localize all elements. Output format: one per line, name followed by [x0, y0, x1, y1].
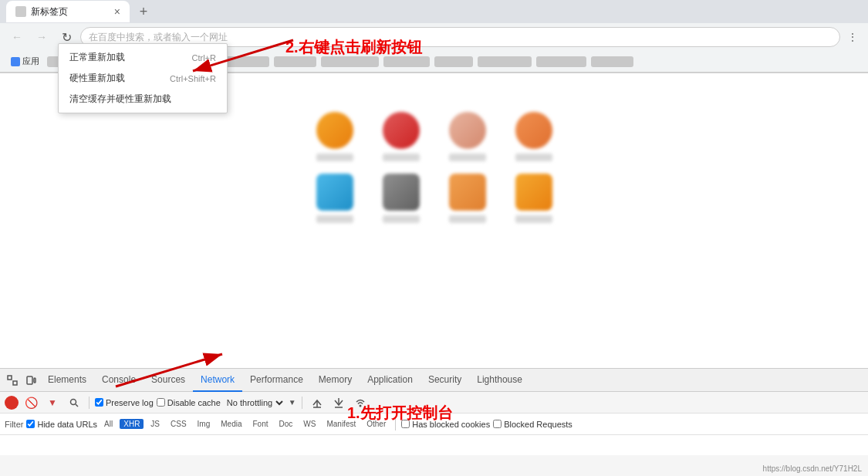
extensions-btn[interactable]: ⋮	[843, 28, 862, 46]
filter-label: Filter	[5, 420, 23, 429]
new-tab-btn[interactable]: +	[133, 1, 154, 22]
app-label-5	[316, 215, 353, 223]
tab-memory[interactable]: Memory	[311, 369, 360, 392]
apps-label: 应用	[22, 56, 39, 67]
app-label-6	[383, 215, 420, 223]
apps-grid-row2	[308, 174, 561, 223]
filter-media[interactable]: Media	[217, 419, 245, 429]
app-icon-1[interactable]	[316, 112, 353, 149]
svg-rect-6	[27, 376, 32, 384]
app-label-2	[383, 154, 420, 161]
filter-all[interactable]: All	[100, 419, 117, 429]
svg-rect-4	[8, 376, 12, 380]
app-label-4	[515, 154, 552, 161]
separator-1	[89, 397, 90, 409]
filter-toggle-btn[interactable]: ▼	[43, 393, 62, 412]
bookmark-placeholder-9	[478, 56, 532, 67]
annotation-top: 2.右键点击刷新按钮	[285, 37, 422, 58]
annotation-bottom: 1.先打开控制台	[347, 403, 453, 424]
filter-doc[interactable]: Doc	[275, 419, 297, 429]
menu-item-clear-cache-reload-label: 清空缓存并硬性重新加载	[69, 93, 171, 106]
forward-btn[interactable]: →	[31, 26, 52, 48]
devtools-inspect-btn[interactable]	[3, 371, 22, 390]
filter-xhr[interactable]: XHR	[120, 419, 144, 429]
export-btn[interactable]	[329, 393, 348, 412]
apps-bookmark[interactable]: 应用	[6, 54, 44, 69]
filter-ws[interactable]: WS	[299, 419, 319, 429]
app-label-3	[449, 154, 486, 161]
app-item-5	[308, 174, 362, 223]
app-label-1	[316, 154, 353, 161]
tab-close-btn[interactable]: ×	[114, 5, 120, 18]
app-icon-2[interactable]	[383, 112, 420, 149]
svg-line-9	[76, 404, 78, 407]
app-item-7	[441, 174, 495, 223]
app-icon-6[interactable]	[383, 174, 420, 211]
arrow-bottom	[93, 346, 231, 393]
svg-rect-5	[13, 381, 17, 385]
tab-application[interactable]: Application	[360, 369, 420, 392]
apps-icon	[11, 57, 20, 66]
bookmark-placeholder-10	[536, 56, 586, 67]
app-item-1	[308, 112, 362, 161]
watermark: https://blog.csdn.net/Y71H2L	[763, 464, 862, 473]
back-btn[interactable]: ←	[6, 26, 28, 48]
separator-2	[302, 397, 302, 409]
tab-performance[interactable]: Performance	[242, 369, 311, 392]
apps-grid-row1	[308, 112, 561, 161]
tab-elements[interactable]: Elements	[40, 369, 94, 392]
throttle-arrow[interactable]: ▼	[289, 398, 296, 407]
tab-favicon	[15, 6, 26, 17]
arrow-top	[123, 34, 301, 76]
menu-item-hard-reload-label: 硬性重新加载	[69, 72, 125, 85]
app-item-4	[507, 112, 561, 161]
app-label-7	[449, 215, 486, 223]
search-btn[interactable]	[65, 393, 83, 412]
tab-security[interactable]: Security	[420, 369, 469, 392]
filter-css[interactable]: CSS	[167, 419, 191, 429]
svg-point-8	[71, 399, 76, 404]
app-icon-3[interactable]	[449, 112, 486, 149]
filter-font[interactable]: Font	[249, 419, 272, 429]
app-icon-5[interactable]	[316, 174, 353, 211]
bookmark-placeholder-11	[591, 56, 633, 67]
hide-data-urls-checkbox[interactable]: Hide data URLs	[26, 420, 97, 429]
app-item-8	[507, 174, 561, 223]
import-btn[interactable]	[308, 393, 326, 412]
throttle-select[interactable]: No throttling	[224, 397, 285, 408]
app-icon-8[interactable]	[515, 174, 552, 211]
devtools-body	[0, 435, 868, 455]
extensions-area: ⋮	[843, 28, 862, 46]
svg-line-1	[193, 40, 293, 71]
record-btn[interactable]	[5, 396, 19, 410]
app-label-8	[515, 215, 552, 223]
filter-img[interactable]: Img	[194, 419, 214, 429]
preserve-log-checkbox[interactable]: Preserve log	[95, 398, 154, 407]
disable-cache-checkbox[interactable]: Disable cache	[157, 398, 221, 407]
active-tab[interactable]: 新标签页 ×	[6, 1, 130, 22]
app-item-3	[441, 112, 495, 161]
tab-title: 新标签页	[31, 5, 68, 19]
svg-line-3	[116, 354, 222, 387]
menu-item-clear-cache-reload[interactable]: 清空缓存并硬性重新加载	[59, 89, 227, 110]
blocked-requests-checkbox[interactable]: Blocked Requests	[493, 420, 572, 429]
devtools-device-btn[interactable]	[22, 371, 40, 390]
app-item-2	[374, 112, 428, 161]
app-icon-4[interactable]	[515, 112, 552, 149]
svg-rect-7	[34, 378, 35, 383]
bookmark-placeholder-8	[434, 56, 473, 67]
clear-btn[interactable]: 🚫	[22, 393, 40, 412]
app-item-6	[374, 174, 428, 223]
tab-bar: 新标签页 × +	[0, 0, 868, 23]
app-icon-7[interactable]	[449, 174, 486, 211]
menu-item-normal-reload-label: 正常重新加载	[69, 51, 125, 64]
tab-lighthouse[interactable]: Lighthouse	[469, 369, 530, 392]
filter-js[interactable]: JS	[147, 419, 164, 429]
